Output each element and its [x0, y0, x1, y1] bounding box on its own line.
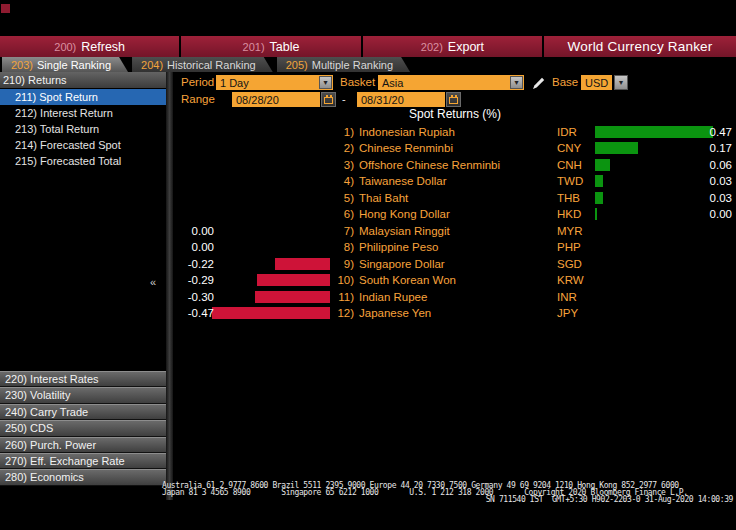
row-value: 0.00	[690, 206, 732, 222]
currency-code: KRW	[557, 272, 584, 288]
status-line-session: SN 711540 IST GMT+5:30 H902-2203-0 31-Au…	[486, 496, 733, 504]
row-rank: 4)	[321, 173, 354, 189]
currency-name: Japanese Yen	[359, 305, 431, 321]
currency-code: IDR	[557, 124, 577, 140]
sidebar-item-213-total-return[interactable]: 213) Total Return	[0, 121, 166, 137]
currency-row-myr[interactable]: 7)Malaysian RinggitMYR0.00	[173, 223, 736, 239]
currency-name: Chinese Renminbi	[359, 140, 453, 156]
currency-code: CNY	[557, 140, 581, 156]
currency-name: Taiwanese Dollar	[359, 173, 447, 189]
sidebar-section-280-economics[interactable]: 280) Economics	[0, 469, 166, 485]
terminal-screen: 200)Refresh201)Table202)Export World Cur…	[0, 0, 736, 530]
currency-name: Indian Rupee	[359, 289, 427, 305]
row-value: -0.22	[175, 256, 214, 272]
sidebar-item-215-forecasted-total[interactable]: 215) Forecasted Total	[0, 153, 166, 169]
row-value: 0.17	[690, 140, 732, 156]
positive-bar	[595, 192, 603, 204]
currency-row-jpy[interactable]: 12)Japanese YenJPY-0.47	[173, 305, 736, 321]
currency-ranking-chart: 1)Indonesian RupiahIDR0.472)Chinese Renm…	[173, 0, 736, 340]
tab-number: 204)	[141, 59, 163, 71]
row-value: -0.47	[175, 305, 214, 321]
currency-name: Philippine Peso	[359, 239, 438, 255]
row-value: 0.00	[175, 223, 214, 239]
window-corner-marker	[1, 4, 10, 13]
currency-row-thb[interactable]: 5)Thai BahtTHB0.03	[173, 190, 736, 206]
currency-row-twd[interactable]: 4)Taiwanese DollarTWD0.03	[173, 173, 736, 189]
sidebar-item-212-interest-return[interactable]: 212) Interest Return	[0, 105, 166, 121]
currency-code: THB	[557, 190, 580, 206]
positive-bar	[595, 175, 603, 187]
currency-name: Indonesian Rupiah	[359, 124, 455, 140]
sidebar-section-260-purch-power[interactable]: 260) Purch. Power	[0, 437, 166, 453]
sidebar-section-220-interest-rates[interactable]: 220) Interest Rates	[0, 371, 166, 387]
row-value: -0.29	[175, 272, 214, 288]
currency-row-cnh[interactable]: 3)Offshore Chinese RenminbiCNH0.06	[173, 157, 736, 173]
currency-code: SGD	[557, 256, 582, 272]
toolbar-button-label: Refresh	[81, 40, 125, 54]
row-rank: 8)	[321, 239, 354, 255]
sidebar-sections: 220) Interest Rates230) Volatility240) C…	[0, 371, 166, 486]
row-rank: 3)	[321, 157, 354, 173]
sidebar-section-240-carry-trade[interactable]: 240) Carry Trade	[0, 404, 166, 420]
positive-bar	[595, 208, 597, 220]
row-rank: 7)	[321, 223, 354, 239]
currency-name: Offshore Chinese Renminbi	[359, 157, 500, 173]
row-value: 0.03	[690, 190, 732, 206]
sidebar-items: 211) Spot Return212) Interest Return213)…	[0, 89, 166, 169]
row-rank: 5)	[321, 190, 354, 206]
currency-row-krw[interactable]: 10)South Korean WonKRW-0.29	[173, 272, 736, 288]
currency-name: Hong Kong Dollar	[359, 206, 450, 222]
toolbar-button-number: 200)	[54, 41, 76, 53]
sidebar-item-211-spot-return[interactable]: 211) Spot Return	[0, 89, 166, 105]
currency-name: Singapore Dollar	[359, 256, 445, 272]
currency-code: CNH	[557, 157, 582, 173]
currency-name: South Korean Won	[359, 272, 456, 288]
currency-code: PHP	[557, 239, 581, 255]
currency-row-cny[interactable]: 2)Chinese RenminbiCNY0.17	[173, 140, 736, 156]
negative-bar	[275, 258, 330, 270]
currency-row-php[interactable]: 8)Philippine PesoPHP0.00	[173, 239, 736, 255]
currency-row-idr[interactable]: 1)Indonesian RupiahIDR0.47	[173, 124, 736, 140]
sidebar-section-250-cds[interactable]: 250) CDS	[0, 420, 166, 436]
currency-row-hkd[interactable]: 6)Hong Kong DollarHKD0.00	[173, 206, 736, 222]
currency-code: INR	[557, 289, 577, 305]
row-rank: 2)	[321, 140, 354, 156]
sidebar-section-230-volatility[interactable]: 230) Volatility	[0, 387, 166, 403]
currency-row-inr[interactable]: 11)Indian RupeeINR-0.30	[173, 289, 736, 305]
sidebar-section-270-eff-exchange-rate[interactable]: 270) Eff. Exchange Rate	[0, 453, 166, 469]
currency-code: HKD	[557, 206, 581, 222]
tab-label: Single Ranking	[37, 59, 111, 71]
row-value: 0.06	[690, 157, 732, 173]
sidebar-splitter[interactable]	[166, 72, 173, 500]
currency-name: Thai Baht	[359, 190, 408, 206]
currency-code: TWD	[557, 173, 583, 189]
sidebar-item-214-forecasted-spot[interactable]: 214) Forecasted Spot	[0, 137, 166, 153]
positive-bar	[595, 159, 610, 171]
negative-bar	[257, 274, 330, 286]
positive-bar	[595, 142, 638, 154]
row-rank: 1)	[321, 124, 354, 140]
currency-code: MYR	[557, 223, 583, 239]
tab-single-ranking[interactable]: 203)Single Ranking	[2, 57, 128, 72]
negative-bar	[255, 291, 330, 303]
toolbar-button-refresh[interactable]: 200)Refresh	[0, 36, 179, 57]
row-rank: 6)	[321, 206, 354, 222]
row-value: -0.30	[175, 289, 214, 305]
negative-bar	[212, 307, 330, 319]
row-value: 0.47	[690, 124, 732, 140]
row-value: 0.00	[175, 239, 214, 255]
row-value: 0.03	[690, 173, 732, 189]
sidebar-header-returns[interactable]: 210) Returns	[0, 72, 166, 88]
tab-number: 203)	[11, 59, 33, 71]
sidebar-collapse-icon[interactable]: «	[150, 276, 156, 288]
currency-row-sgd[interactable]: 9)Singapore DollarSGD-0.22	[173, 256, 736, 272]
currency-name: Malaysian Ringgit	[359, 223, 450, 239]
currency-code: JPY	[557, 305, 578, 321]
